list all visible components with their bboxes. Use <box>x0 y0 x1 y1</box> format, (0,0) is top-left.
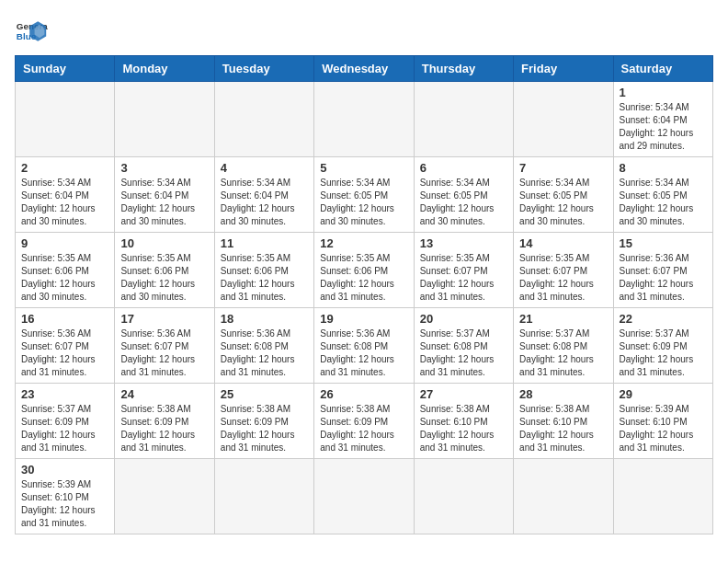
calendar-cell <box>314 459 414 534</box>
day-info: Sunrise: 5:34 AM Sunset: 6:04 PM Dayligh… <box>221 177 308 228</box>
calendar-cell: 27Sunrise: 5:38 AM Sunset: 6:10 PM Dayli… <box>414 384 513 459</box>
day-number: 19 <box>320 312 407 326</box>
week-row-5: 23Sunrise: 5:37 AM Sunset: 6:09 PM Dayli… <box>16 384 713 459</box>
calendar-cell <box>314 82 414 157</box>
weekday-header-friday: Friday <box>514 56 613 82</box>
calendar-cell: 1Sunrise: 5:34 AM Sunset: 6:04 PM Daylig… <box>613 82 712 157</box>
day-number: 3 <box>120 161 208 175</box>
calendar-cell: 11Sunrise: 5:35 AM Sunset: 6:06 PM Dayli… <box>214 233 313 308</box>
calendar-cell: 2Sunrise: 5:34 AM Sunset: 6:04 PM Daylig… <box>16 157 115 233</box>
day-info: Sunrise: 5:34 AM Sunset: 6:04 PM Dayligh… <box>21 177 108 228</box>
calendar-cell: 28Sunrise: 5:38 AM Sunset: 6:10 PM Dayli… <box>514 384 613 459</box>
weekday-header-monday: Monday <box>115 56 214 82</box>
day-info: Sunrise: 5:34 AM Sunset: 6:04 PM Dayligh… <box>620 101 707 153</box>
calendar-cell: 22Sunrise: 5:37 AM Sunset: 6:09 PM Dayli… <box>613 308 712 384</box>
day-number: 17 <box>120 312 208 326</box>
day-info: Sunrise: 5:36 AM Sunset: 6:07 PM Dayligh… <box>120 327 208 379</box>
day-number: 4 <box>221 161 308 175</box>
weekday-header-sunday: Sunday <box>16 56 115 82</box>
day-info: Sunrise: 5:38 AM Sunset: 6:10 PM Dayligh… <box>519 403 607 454</box>
header: General Blue <box>15 15 713 48</box>
calendar-cell <box>214 82 313 157</box>
day-number: 15 <box>620 236 707 250</box>
calendar-cell: 9Sunrise: 5:35 AM Sunset: 6:06 PM Daylig… <box>16 233 115 308</box>
day-info: Sunrise: 5:38 AM Sunset: 6:09 PM Dayligh… <box>320 403 407 454</box>
day-number: 27 <box>420 387 507 401</box>
day-number: 21 <box>519 312 607 326</box>
day-info: Sunrise: 5:38 AM Sunset: 6:10 PM Dayligh… <box>420 403 507 454</box>
day-info: Sunrise: 5:35 AM Sunset: 6:06 PM Dayligh… <box>221 252 308 304</box>
day-info: Sunrise: 5:36 AM Sunset: 6:07 PM Dayligh… <box>21 327 108 379</box>
weekday-header-thursday: Thursday <box>414 56 513 82</box>
day-info: Sunrise: 5:34 AM Sunset: 6:05 PM Dayligh… <box>620 177 707 228</box>
day-info: Sunrise: 5:35 AM Sunset: 6:07 PM Dayligh… <box>420 252 507 304</box>
calendar-cell: 4Sunrise: 5:34 AM Sunset: 6:04 PM Daylig… <box>214 157 313 233</box>
calendar-cell: 16Sunrise: 5:36 AM Sunset: 6:07 PM Dayli… <box>16 308 115 384</box>
calendar-table: SundayMondayTuesdayWednesdayThursdayFrid… <box>15 55 713 534</box>
day-number: 25 <box>221 387 308 401</box>
weekday-header-tuesday: Tuesday <box>214 56 313 82</box>
calendar-cell: 29Sunrise: 5:39 AM Sunset: 6:10 PM Dayli… <box>613 384 712 459</box>
calendar-cell: 15Sunrise: 5:36 AM Sunset: 6:07 PM Dayli… <box>613 233 712 308</box>
day-number: 22 <box>620 312 707 326</box>
day-number: 9 <box>21 236 108 250</box>
calendar-cell: 6Sunrise: 5:34 AM Sunset: 6:05 PM Daylig… <box>414 157 513 233</box>
day-number: 8 <box>620 161 707 175</box>
day-info: Sunrise: 5:37 AM Sunset: 6:08 PM Dayligh… <box>420 327 507 379</box>
day-number: 12 <box>320 236 407 250</box>
calendar-cell: 5Sunrise: 5:34 AM Sunset: 6:05 PM Daylig… <box>314 157 414 233</box>
day-number: 16 <box>21 312 108 326</box>
week-row-1: 1Sunrise: 5:34 AM Sunset: 6:04 PM Daylig… <box>16 82 713 157</box>
weekday-header-wednesday: Wednesday <box>314 56 414 82</box>
calendar-cell <box>414 459 513 534</box>
calendar-cell <box>613 459 712 534</box>
day-number: 20 <box>420 312 507 326</box>
day-number: 24 <box>120 387 208 401</box>
day-number: 23 <box>21 387 108 401</box>
calendar-cell <box>16 82 115 157</box>
calendar-cell: 14Sunrise: 5:35 AM Sunset: 6:07 PM Dayli… <box>514 233 613 308</box>
week-row-2: 2Sunrise: 5:34 AM Sunset: 6:04 PM Daylig… <box>16 157 713 233</box>
day-info: Sunrise: 5:39 AM Sunset: 6:10 PM Dayligh… <box>21 478 108 530</box>
day-info: Sunrise: 5:36 AM Sunset: 6:08 PM Dayligh… <box>320 327 407 379</box>
weekday-header-row: SundayMondayTuesdayWednesdayThursdayFrid… <box>16 56 713 82</box>
day-info: Sunrise: 5:35 AM Sunset: 6:06 PM Dayligh… <box>120 252 208 304</box>
day-info: Sunrise: 5:35 AM Sunset: 6:07 PM Dayligh… <box>519 252 607 304</box>
day-number: 18 <box>221 312 308 326</box>
day-info: Sunrise: 5:38 AM Sunset: 6:09 PM Dayligh… <box>221 403 308 454</box>
calendar-cell: 24Sunrise: 5:38 AM Sunset: 6:09 PM Dayli… <box>115 384 214 459</box>
day-info: Sunrise: 5:37 AM Sunset: 6:09 PM Dayligh… <box>620 327 707 379</box>
day-info: Sunrise: 5:34 AM Sunset: 6:05 PM Dayligh… <box>420 177 507 228</box>
calendar-cell: 25Sunrise: 5:38 AM Sunset: 6:09 PM Dayli… <box>214 384 313 459</box>
calendar-cell: 7Sunrise: 5:34 AM Sunset: 6:05 PM Daylig… <box>514 157 613 233</box>
day-number: 7 <box>519 161 607 175</box>
calendar-cell: 10Sunrise: 5:35 AM Sunset: 6:06 PM Dayli… <box>115 233 214 308</box>
day-number: 1 <box>620 86 707 99</box>
day-number: 30 <box>21 463 108 477</box>
week-row-4: 16Sunrise: 5:36 AM Sunset: 6:07 PM Dayli… <box>16 308 713 384</box>
day-info: Sunrise: 5:34 AM Sunset: 6:04 PM Dayligh… <box>120 177 208 228</box>
calendar-cell <box>115 459 214 534</box>
day-number: 28 <box>519 387 607 401</box>
calendar-cell: 3Sunrise: 5:34 AM Sunset: 6:04 PM Daylig… <box>115 157 214 233</box>
day-info: Sunrise: 5:35 AM Sunset: 6:06 PM Dayligh… <box>21 252 108 304</box>
logo: General Blue <box>15 15 48 48</box>
calendar-cell: 30Sunrise: 5:39 AM Sunset: 6:10 PM Dayli… <box>16 459 115 534</box>
day-info: Sunrise: 5:35 AM Sunset: 6:06 PM Dayligh… <box>320 252 407 304</box>
day-number: 6 <box>420 161 507 175</box>
week-row-6: 30Sunrise: 5:39 AM Sunset: 6:10 PM Dayli… <box>16 459 713 534</box>
weekday-header-saturday: Saturday <box>613 56 712 82</box>
calendar-cell: 13Sunrise: 5:35 AM Sunset: 6:07 PM Dayli… <box>414 233 513 308</box>
day-number: 10 <box>120 236 208 250</box>
day-info: Sunrise: 5:38 AM Sunset: 6:09 PM Dayligh… <box>120 403 208 454</box>
calendar-cell: 8Sunrise: 5:34 AM Sunset: 6:05 PM Daylig… <box>613 157 712 233</box>
generalblue-logo-icon: General Blue <box>15 15 48 48</box>
day-number: 11 <box>221 236 308 250</box>
calendar-cell <box>514 459 613 534</box>
calendar-cell <box>414 82 513 157</box>
day-info: Sunrise: 5:34 AM Sunset: 6:05 PM Dayligh… <box>320 177 407 228</box>
day-number: 13 <box>420 236 507 250</box>
day-number: 5 <box>320 161 407 175</box>
calendar-cell: 26Sunrise: 5:38 AM Sunset: 6:09 PM Dayli… <box>314 384 414 459</box>
day-info: Sunrise: 5:39 AM Sunset: 6:10 PM Dayligh… <box>620 403 707 454</box>
